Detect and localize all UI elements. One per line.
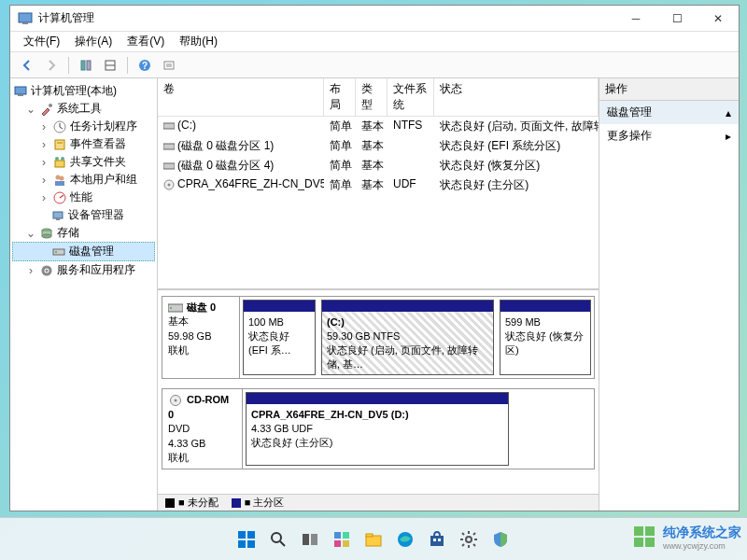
tree-services[interactable]: ›服务和应用程序	[12, 261, 155, 279]
tree-item[interactable]: ›性能	[12, 189, 155, 206]
col-fs[interactable]: 文件系统	[388, 78, 434, 116]
menu-view[interactable]: 查看(V)	[121, 32, 170, 51]
legend-unalloc: ■ 未分配	[165, 496, 218, 510]
disk-graph[interactable]: 磁盘 0 基本 59.98 GB 联机 100 MB状态良好 (EFI 系…(C…	[158, 290, 599, 494]
col-status[interactable]: 状态	[434, 78, 599, 116]
svg-rect-0	[19, 13, 32, 22]
svg-point-46	[272, 533, 281, 542]
device-icon	[51, 209, 64, 222]
svg-rect-11	[15, 87, 26, 94]
eventlog-icon	[53, 138, 66, 151]
svg-point-39	[170, 307, 172, 309]
tree-item[interactable]: 设备管理器	[12, 206, 155, 224]
svg-rect-8	[164, 62, 174, 69]
expand-icon[interactable]: ›	[25, 264, 36, 277]
separator	[127, 57, 128, 74]
svg-rect-58	[433, 539, 436, 541]
partitions: 100 MB状态良好 (EFI 系…(C:)59.30 GB NTFS状态良好 …	[240, 297, 594, 378]
titlebar: 计算机管理 ─ ☐ ✕	[10, 6, 739, 32]
svg-rect-25	[56, 218, 60, 220]
tree-systools[interactable]: ⌄系统工具	[12, 100, 155, 118]
refresh-button[interactable]	[75, 54, 97, 77]
partition-bar	[247, 393, 508, 404]
svg-rect-22	[55, 181, 64, 186]
tree-item[interactable]: ›事件查看器	[12, 135, 155, 153]
svg-rect-52	[334, 540, 341, 547]
svg-rect-2	[81, 61, 85, 70]
menubar: 文件(F) 操作(A) 查看(V) 帮助(H)	[10, 32, 739, 52]
users-icon	[53, 174, 66, 187]
svg-rect-44	[238, 540, 246, 548]
back-button[interactable]	[16, 54, 38, 77]
col-type[interactable]: 类型	[356, 78, 388, 116]
svg-rect-53	[343, 540, 349, 547]
tree-pane[interactable]: 计算机管理(本地) ⌄系统工具 ›任务计划程序 ›事件查看器 ›共享文件夹 ›本…	[10, 78, 158, 511]
tree-storage[interactable]: ⌄存储	[12, 224, 155, 242]
volume-row[interactable]: (磁盘 0 磁盘分区 4)简单基本状态良好 (恢复分区)	[158, 156, 599, 175]
svg-line-66	[473, 544, 475, 546]
widgets-button[interactable]	[329, 526, 355, 553]
volume-list[interactable]: 卷 布局 类型 文件系统 状态 (C:)简单基本NTFS状态良好 (启动, 页面…	[158, 78, 599, 290]
expand-icon[interactable]: ›	[38, 174, 49, 187]
tree-diskmgmt[interactable]: 磁盘管理	[12, 242, 155, 261]
search-button[interactable]	[265, 526, 291, 553]
minimize-button[interactable]: ─	[615, 6, 656, 32]
partition[interactable]: 100 MB状态良好 (EFI 系…	[243, 300, 316, 375]
svg-point-21	[60, 175, 64, 180]
toolbar: ?	[10, 52, 739, 78]
volume-row[interactable]: (磁盘 0 磁盘分区 1)简单基本状态良好 (EFI 系统分区)	[158, 136, 599, 156]
disk-row[interactable]: 磁盘 0 基本 59.98 GB 联机 100 MB状态良好 (EFI 系…(C…	[162, 296, 595, 379]
computer-icon	[14, 85, 27, 98]
partition[interactable]: 599 MB状态良好 (恢复分区)	[500, 300, 591, 375]
actions-more[interactable]: 更多操作▸	[599, 124, 739, 147]
col-layout[interactable]: 布局	[324, 78, 356, 116]
volume-row[interactable]: CPRA_X64FRE_ZH-CN_DV5 (D:)简单基本UDF状态良好 (主…	[158, 175, 599, 195]
actions-context[interactable]: 磁盘管理▴	[599, 101, 739, 124]
expand-icon[interactable]: ›	[38, 191, 49, 204]
svg-point-30	[55, 251, 57, 253]
menu-action[interactable]: 操作(A)	[69, 32, 118, 51]
explorer-button[interactable]	[360, 526, 387, 553]
volume-row[interactable]: (C:)简单基本NTFS状态良好 (启动, 页面文件, 故障转储, 基本数据分…	[158, 117, 599, 136]
tree-item[interactable]: ›共享文件夹	[12, 153, 155, 171]
svg-rect-50	[334, 532, 341, 539]
maximize-button[interactable]: ☐	[656, 6, 698, 32]
svg-point-19	[61, 157, 64, 161]
help-button[interactable]: ?	[134, 54, 156, 77]
forward-button[interactable]	[40, 54, 63, 77]
volume-headers[interactable]: 卷 布局 类型 文件系统 状态	[158, 78, 599, 117]
col-volume[interactable]: 卷	[158, 78, 324, 116]
perf-icon	[53, 191, 66, 204]
svg-line-47	[280, 541, 285, 546]
security-button[interactable]	[487, 526, 514, 553]
props-button[interactable]	[158, 54, 180, 77]
partition[interactable]: (C:)59.30 GB NTFS状态良好 (启动, 页面文件, 故障转储, 基…	[321, 300, 494, 375]
views-button[interactable]	[99, 54, 121, 77]
tree-root[interactable]: 计算机管理(本地)	[12, 82, 155, 100]
svg-rect-17	[55, 161, 64, 167]
taskview-button[interactable]	[297, 526, 323, 553]
edge-button[interactable]	[392, 526, 418, 553]
collapse-icon[interactable]: ⌄	[25, 227, 36, 240]
expand-icon[interactable]: ›	[38, 156, 49, 169]
expand-icon[interactable]: ›	[38, 138, 49, 151]
body: 计算机管理(本地) ⌄系统工具 ›任务计划程序 ›事件查看器 ›共享文件夹 ›本…	[10, 78, 739, 511]
svg-rect-54	[366, 536, 381, 546]
disk-row[interactable]: CD-ROM 0 DVD 4.33 GB 联机 CPRA_X64FRE_ZH-C…	[162, 388, 595, 469]
expand-icon[interactable]: ›	[38, 120, 49, 133]
settings-button[interactable]	[456, 526, 482, 553]
menu-help[interactable]: 帮助(H)	[174, 32, 223, 51]
app-icon	[18, 11, 33, 26]
actions-header: 操作	[599, 78, 739, 101]
svg-rect-72	[645, 538, 655, 547]
partition-info: CPRA_X64FRE_ZH-CN_DV5 (D:) 4.33 GB UDF 状…	[247, 404, 508, 465]
partition[interactable]: CPRA_X64FRE_ZH-CN_DV5 (D:) 4.33 GB UDF 状…	[246, 392, 509, 466]
store-button[interactable]	[424, 526, 450, 553]
tree-item[interactable]: ›任务计划程序	[12, 118, 155, 135]
close-button[interactable]: ✕	[698, 6, 739, 32]
menu-file[interactable]: 文件(F)	[18, 32, 65, 51]
start-button[interactable]	[233, 526, 260, 553]
collapse-icon[interactable]: ⌄	[25, 103, 36, 116]
tree-item[interactable]: ›本地用户和组	[12, 171, 155, 189]
legend-primary: ■ 主分区	[232, 496, 285, 510]
